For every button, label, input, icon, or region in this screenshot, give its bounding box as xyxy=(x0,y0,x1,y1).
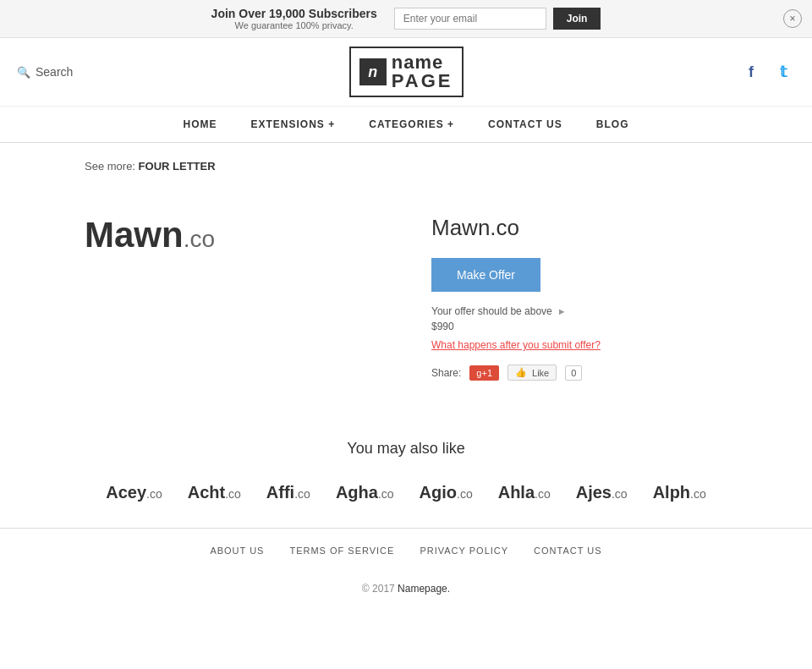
search-icon: 🔍 xyxy=(17,66,30,79)
also-like-name: Acey xyxy=(106,483,146,502)
fb-count: 0 xyxy=(565,365,582,381)
also-like-ext: .co xyxy=(294,487,310,501)
banner-text: Join Over 19,000 Subscribers We guarante… xyxy=(211,7,377,30)
share-label: Share: xyxy=(431,367,461,379)
nav-item-blog[interactable]: BLOG xyxy=(579,107,646,142)
also-like-ext: .co xyxy=(146,487,162,501)
also-like-name: Affi xyxy=(266,483,294,502)
also-like-ext: .co xyxy=(612,487,628,501)
logo-text: name PAGE xyxy=(392,53,453,90)
also-like-ext: .co xyxy=(535,487,551,501)
banner-title: Join Over 19,000 Subscribers xyxy=(211,7,377,20)
also-like-item[interactable]: Affi.co xyxy=(266,483,310,502)
main-content: See more: FOUR LETTER Mawn.co Mawn.co Ma… xyxy=(0,143,812,414)
also-like-item[interactable]: Ajes.co xyxy=(576,483,628,502)
facebook-icon[interactable]: f xyxy=(739,60,763,84)
domain-name-large: Mawn xyxy=(85,215,184,255)
share-row: Share: g+1 👍 Like 0 xyxy=(431,365,727,381)
footer-link-privacy[interactable]: PRIVACY POLICY xyxy=(420,546,508,556)
close-banner-button[interactable]: × xyxy=(783,9,802,28)
also-like-item[interactable]: Ahla.co xyxy=(498,483,551,502)
also-like-name: Agio xyxy=(420,483,457,502)
nav-item-contact[interactable]: CONTACT US xyxy=(471,107,579,142)
also-like-item[interactable]: Alph.co xyxy=(653,483,706,502)
also-like-section: You may also like Acey.coAcht.coAffi.coA… xyxy=(0,414,812,528)
banner-subtitle: We guarantee 100% privacy. xyxy=(211,20,377,30)
domain-details: Mawn.co Make Offer Your offer should be … xyxy=(431,215,727,381)
make-offer-button[interactable]: Make Offer xyxy=(431,258,540,292)
nav-item-extensions[interactable]: EXTENSIONS + xyxy=(234,107,353,142)
domain-section: Mawn.co Mawn.co Make Offer Your offer sh… xyxy=(34,198,778,398)
also-like-item[interactable]: Agio.co xyxy=(420,483,473,502)
gplus-button[interactable]: g+1 xyxy=(469,365,499,381)
domain-logo-large: Mawn.co xyxy=(85,215,381,255)
main-nav: HOME EXTENSIONS + CATEGORIES + CONTACT U… xyxy=(0,107,812,143)
footer-link-contact[interactable]: CONTACT US xyxy=(534,546,602,556)
logo-name: name xyxy=(392,53,453,72)
header-social: f 𝕥 xyxy=(739,60,795,84)
fb-like-button[interactable]: 👍 Like xyxy=(508,365,557,381)
also-like-item[interactable]: Acht.co xyxy=(188,483,241,502)
logo-container: n name PAGE xyxy=(73,47,739,97)
fb-thumb-icon: 👍 xyxy=(515,367,527,378)
offer-price: $990 xyxy=(431,321,727,332)
domain-ext-large: .co xyxy=(184,226,215,252)
also-like-ext: .co xyxy=(225,487,241,501)
logo-page: PAGE xyxy=(392,72,453,90)
fb-like-label: Like xyxy=(532,368,549,378)
footer-link-about[interactable]: ABOUT US xyxy=(210,546,264,556)
search-label: Search xyxy=(36,65,73,79)
logo[interactable]: n name PAGE xyxy=(349,47,464,97)
email-input[interactable] xyxy=(394,8,546,30)
copyright-link[interactable]: Namepage. xyxy=(398,583,450,595)
also-like-ext: .co xyxy=(378,487,394,501)
nav-item-categories[interactable]: CATEGORIES + xyxy=(352,107,471,142)
also-like-name: Agha xyxy=(336,483,378,502)
offer-hint: Your offer should be above ► xyxy=(431,305,727,317)
nav-item-home[interactable]: HOME xyxy=(167,107,234,142)
top-banner: Join Over 19,000 Subscribers We guarante… xyxy=(0,0,812,38)
also-like-name: Acht xyxy=(188,483,225,502)
see-more-link[interactable]: FOUR LETTER xyxy=(139,160,216,173)
twitter-icon[interactable]: 𝕥 xyxy=(771,60,795,84)
footer-link-terms[interactable]: TERMS OF SERVICE xyxy=(289,546,394,556)
see-more: See more: FOUR LETTER xyxy=(85,160,778,173)
copyright-text: © 2017 xyxy=(362,583,395,595)
also-like-title: You may also like xyxy=(17,440,795,458)
banner-form: Join xyxy=(394,8,601,30)
also-like-ext: .co xyxy=(690,487,706,501)
see-more-prefix: See more: xyxy=(85,160,135,173)
footer-copyright: © 2017 Namepage. xyxy=(0,573,812,605)
domain-name-title: Mawn.co xyxy=(431,215,727,241)
also-like-item[interactable]: Acey.co xyxy=(106,483,162,502)
footer-links: ABOUT USTERMS OF SERVICEPRIVACY POLICYCO… xyxy=(0,528,812,573)
logo-icon: n xyxy=(359,58,387,85)
also-like-item[interactable]: Agha.co xyxy=(336,483,394,502)
what-happens-link[interactable]: What happens after you submit offer? xyxy=(431,339,727,351)
also-like-name: Ajes xyxy=(576,483,612,502)
also-like-grid: Acey.coAcht.coAffi.coAgha.coAgio.coAhla.… xyxy=(17,483,795,502)
header: 🔍 Search n name PAGE f 𝕥 xyxy=(0,38,812,107)
join-button[interactable]: Join xyxy=(553,8,601,30)
also-like-ext: .co xyxy=(457,487,473,501)
offer-hint-text: Your offer should be above xyxy=(431,305,552,317)
also-like-name: Ahla xyxy=(498,483,535,502)
arrow-icon: ► xyxy=(557,306,567,316)
search-trigger[interactable]: 🔍 Search xyxy=(17,65,73,79)
also-like-name: Alph xyxy=(653,483,690,502)
